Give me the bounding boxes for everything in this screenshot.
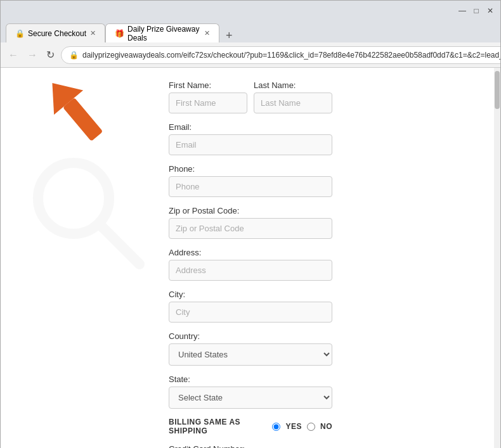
cc-row: Credit Card Number: VISA bbox=[169, 444, 332, 448]
phone-row: Phone: bbox=[169, 164, 332, 197]
country-select[interactable]: United States bbox=[169, 343, 332, 366]
title-bar: — □ ✕ bbox=[1, 1, 500, 21]
state-select[interactable]: Select State bbox=[169, 387, 332, 409]
address-text: dailyprizegiveawaydeals.com/eifc72sx/che… bbox=[82, 51, 501, 60]
address-row: Address: bbox=[169, 248, 332, 281]
address-bar[interactable]: 🔒 dailyprizegiveawaydeals.com/eifc72sx/c… bbox=[61, 46, 501, 64]
tab-close-2[interactable]: ✕ bbox=[204, 29, 210, 37]
phone-label: Phone: bbox=[169, 164, 332, 174]
state-row: State: Select State bbox=[169, 374, 332, 409]
tab-close-1[interactable]: ✕ bbox=[90, 29, 96, 37]
forward-button[interactable]: → bbox=[25, 46, 40, 64]
tab-label-2: Daily Prize Giveaway Deals bbox=[127, 25, 200, 42]
first-name-label: First Name: bbox=[169, 80, 247, 90]
window-controls: — □ ✕ bbox=[457, 6, 495, 16]
zip-label: Zip or Postal Code: bbox=[169, 206, 332, 215]
tab-favicon-1: 🔒 bbox=[15, 29, 24, 38]
back-button[interactable]: ← bbox=[6, 46, 21, 64]
billing-no-label: NO bbox=[320, 422, 332, 431]
navigation-bar: ← → ↻ 🔒 dailyprizegiveawaydeals.com/eifc… bbox=[1, 42, 500, 68]
close-button[interactable]: ✕ bbox=[485, 6, 495, 16]
city-input[interactable] bbox=[169, 302, 332, 323]
email-label: Email: bbox=[169, 122, 332, 132]
tab-bar: 🔒 Secure Checkout ✕ 🎁 Daily Prize Giveaw… bbox=[1, 21, 500, 42]
address-label: Address: bbox=[169, 248, 332, 257]
new-tab-button[interactable]: + bbox=[222, 29, 237, 42]
country-row: Country: United States bbox=[169, 331, 332, 366]
tab-secure-checkout[interactable]: 🔒 Secure Checkout ✕ bbox=[6, 23, 105, 42]
billing-no-radio[interactable] bbox=[307, 423, 315, 431]
city-row: City: bbox=[169, 290, 332, 323]
state-label: State: bbox=[169, 374, 332, 384]
lock-icon: 🔒 bbox=[69, 51, 79, 60]
cc-label: Credit Card Number: bbox=[169, 444, 332, 448]
tab-label-1: Secure Checkout bbox=[28, 29, 86, 38]
minimize-button[interactable]: — bbox=[457, 6, 467, 16]
last-name-input[interactable] bbox=[254, 93, 332, 113]
email-row: Email: bbox=[169, 122, 332, 155]
last-name-label: Last Name: bbox=[254, 80, 332, 90]
billing-yes-label: YES bbox=[285, 422, 302, 431]
country-label: Country: bbox=[169, 331, 332, 341]
billing-label: BILLING SAME AS SHIPPING bbox=[169, 418, 267, 435]
first-name-input[interactable] bbox=[169, 93, 247, 113]
checkout-form: First Name: Last Name: Email: Phone: bbox=[1, 68, 500, 448]
address-input[interactable] bbox=[169, 260, 332, 281]
last-name-col: Last Name: bbox=[254, 80, 332, 113]
billing-yes-radio[interactable] bbox=[272, 423, 280, 431]
name-row: First Name: Last Name: bbox=[169, 80, 332, 113]
billing-row: BILLING SAME AS SHIPPING YES NO bbox=[169, 418, 332, 435]
city-label: City: bbox=[169, 290, 332, 299]
tab-favicon-2: 🎁 bbox=[115, 29, 124, 38]
email-input[interactable] bbox=[169, 134, 332, 155]
maximize-button[interactable]: □ bbox=[471, 6, 481, 16]
browser-window: — □ ✕ 🔒 Secure Checkout ✕ 🎁 Daily Prize … bbox=[0, 0, 501, 448]
zip-row: Zip or Postal Code: bbox=[169, 206, 332, 239]
billing-radio-group: YES NO bbox=[272, 422, 332, 431]
first-name-col: First Name: bbox=[169, 80, 247, 113]
page-content: 1777 First Name: Last Name: Email: bbox=[1, 68, 500, 448]
tab-daily-prize[interactable]: 🎁 Daily Prize Giveaway Deals ✕ bbox=[105, 23, 219, 42]
zip-input[interactable] bbox=[169, 218, 332, 239]
reload-button[interactable]: ↻ bbox=[44, 46, 57, 64]
phone-input[interactable] bbox=[169, 176, 332, 197]
